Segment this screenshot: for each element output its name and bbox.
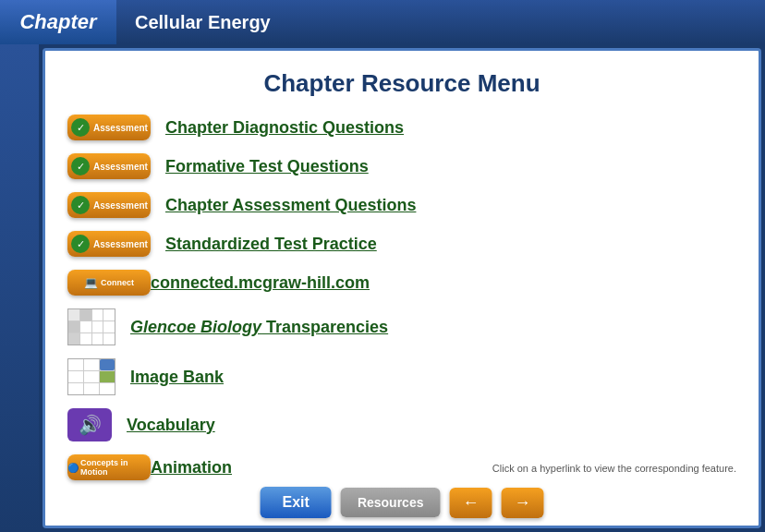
connected-link[interactable]: connected.mcgraw-hill.com (151, 273, 370, 293)
image-bank-link[interactable]: Image Bank (130, 368, 224, 387)
list-item[interactable]: ✓ Assessment Formative Test Questions (67, 153, 736, 179)
vocabulary-link[interactable]: Vocabulary (127, 416, 215, 435)
assessment-badge-text: Assessment (93, 200, 148, 211)
footer-note: Click on a hyperlink to view the corresp… (492, 463, 736, 474)
main-area: Chapter Resource Menu ✓ Assessment Chapt… (0, 44, 765, 532)
next-button[interactable]: → (501, 488, 543, 518)
list-item[interactable]: Glencoe Biology Transparencies (67, 308, 736, 345)
content-panel: Chapter Resource Menu ✓ Assessment Chapt… (42, 48, 761, 528)
prev-button[interactable]: ← (449, 488, 492, 518)
check-icon: ✓ (71, 157, 90, 175)
bottom-bar: Exit Resources ← → (261, 487, 544, 518)
list-item[interactable]: ✓ Assessment Chapter Diagnostic Question… (67, 115, 736, 140)
exit-button[interactable]: Exit (261, 487, 332, 518)
chapter-assessment-link[interactable]: Chapter Assessment Questions (165, 196, 416, 215)
header-title: Cellular Energy (116, 12, 271, 33)
chapter-label: Chapter (0, 0, 116, 44)
header: Chapter Cellular Energy (0, 0, 765, 44)
formative-test-link[interactable]: Formative Test Questions (165, 157, 369, 176)
standardized-test-link[interactable]: Standardized Test Practice (165, 235, 377, 254)
check-icon: ✓ (71, 118, 90, 137)
connect-badge: Connect (67, 270, 151, 296)
animation-link[interactable]: Animation (151, 458, 232, 478)
check-icon: ✓ (71, 196, 90, 214)
transparencies-link[interactable]: Glencoe Biology Transparencies (130, 318, 388, 337)
list-item[interactable]: 🔊 Vocabulary (67, 408, 736, 441)
assessment-badge-text: Assessment (93, 162, 148, 172)
list-item[interactable]: Connect connected.mcgraw-hill.com (67, 270, 736, 296)
concepts-badge: Concepts in Motion (67, 454, 151, 480)
resources-button[interactable]: Resources (341, 488, 441, 517)
assessment-icon: ✓ Assessment (67, 231, 151, 257)
assessment-badge-text: Assessment (93, 239, 148, 249)
check-icon: ✓ (71, 235, 90, 253)
sidebar (0, 44, 39, 532)
grid2-icon (67, 358, 115, 395)
chapter-diagnostic-link[interactable]: Chapter Diagnostic Questions (165, 118, 404, 138)
list-item[interactable]: ✓ Assessment Standardized Test Practice (67, 231, 736, 257)
assessment-icon: ✓ Assessment (67, 153, 151, 179)
grid-icon (67, 308, 115, 345)
assessment-icon: ✓ Assessment (67, 115, 151, 140)
list-item[interactable]: Image Bank (67, 358, 736, 395)
volume-icon: 🔊 (67, 408, 112, 441)
panel-title: Chapter Resource Menu (67, 69, 736, 98)
assessment-icon: ✓ Assessment (67, 192, 151, 218)
assessment-badge-text: Assessment (93, 123, 148, 133)
list-item[interactable]: ✓ Assessment Chapter Assessment Question… (67, 192, 736, 218)
